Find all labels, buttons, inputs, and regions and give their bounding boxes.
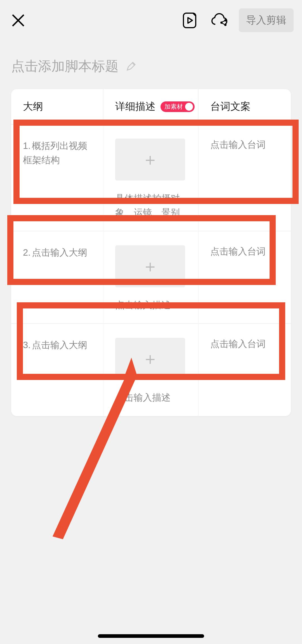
play-doc-icon[interactable]: [181, 11, 199, 29]
col-header-outline: 大纲: [11, 89, 103, 124]
svg-line-8: [222, 23, 225, 25]
table-row: 1.概括列出视频框架结构 ＋ 具体描述拍摄对象、运镜、景别 点击输入台词: [11, 125, 291, 231]
cloud-share-icon[interactable]: [210, 11, 228, 29]
plus-icon: ＋: [142, 258, 159, 275]
title-row[interactable]: 点击添加脚本标题: [0, 41, 302, 89]
header-bar: 导入剪辑: [0, 0, 302, 41]
add-media-box[interactable]: ＋: [115, 338, 185, 380]
add-material-toggle-label: 加素材: [164, 103, 183, 111]
dialog-placeholder: 点击输入台词: [210, 338, 282, 350]
col-header-outline-label: 大纲: [23, 100, 43, 113]
outline-text: 点击输入大纲: [32, 247, 87, 258]
outline-cell[interactable]: 1.概括列出视频框架结构: [11, 125, 103, 231]
row-number: 2.: [23, 247, 31, 258]
svg-rect-2: [183, 13, 196, 28]
detail-desc: 点击输入描述: [115, 390, 171, 405]
col-header-detail-label: 详细描述: [115, 100, 155, 113]
table-row: 2.点击输入大纲 ＋ 点击输入描述 点击输入台词: [11, 231, 291, 324]
import-edit-button[interactable]: 导入剪辑: [239, 8, 294, 32]
home-indicator: [98, 634, 204, 638]
add-media-box[interactable]: ＋: [115, 139, 185, 180]
column-headers: 大纲 详细描述 加素材 台词文案: [11, 89, 291, 125]
plus-icon: ＋: [142, 350, 159, 367]
outline-text: 概括列出视频框架结构: [23, 141, 87, 165]
add-material-toggle[interactable]: 加素材: [161, 101, 195, 112]
col-header-detail: 详细描述 加素材: [103, 89, 199, 124]
row-number: 1.: [23, 141, 31, 151]
dialog-placeholder: 点击输入台词: [210, 245, 282, 258]
svg-line-7: [222, 21, 225, 22]
svg-marker-3: [188, 18, 192, 23]
col-header-dialog-label: 台词文案: [210, 100, 251, 113]
detail-desc: 点击输入描述: [115, 298, 171, 312]
outline-cell[interactable]: 2.点击输入大纲: [11, 231, 103, 323]
col-header-dialog: 台词文案: [199, 89, 291, 124]
script-table: 大纲 详细描述 加素材 台词文案 1.概括列出视频框架结构 ＋ 具体描述拍摄对象…: [11, 89, 291, 416]
detail-cell[interactable]: ＋ 具体描述拍摄对象、运镜、景别: [103, 125, 199, 231]
add-media-box[interactable]: ＋: [115, 245, 185, 287]
dialog-cell[interactable]: 点击输入台词: [199, 324, 291, 416]
table-row: 3.点击输入大纲 ＋ 点击输入描述 点击输入台词: [11, 324, 291, 416]
row-number: 3.: [23, 340, 31, 350]
dialog-cell[interactable]: 点击输入台词: [199, 125, 291, 231]
toggle-knob: [185, 103, 193, 111]
close-icon[interactable]: [11, 13, 25, 27]
detail-cell[interactable]: ＋ 点击输入描述: [103, 324, 199, 416]
dialog-cell[interactable]: 点击输入台词: [199, 231, 291, 323]
detail-desc: 具体描述拍摄对象、运镜、景别: [115, 191, 190, 220]
outline-cell[interactable]: 3.点击输入大纲: [11, 324, 103, 416]
detail-cell[interactable]: ＋ 点击输入描述: [103, 231, 199, 323]
dialog-placeholder: 点击输入台词: [210, 139, 282, 151]
script-title-placeholder: 点击添加脚本标题: [11, 57, 119, 75]
edit-pencil-icon[interactable]: [126, 61, 137, 72]
plus-icon: ＋: [142, 151, 159, 168]
outline-text: 点击输入大纲: [32, 340, 87, 350]
